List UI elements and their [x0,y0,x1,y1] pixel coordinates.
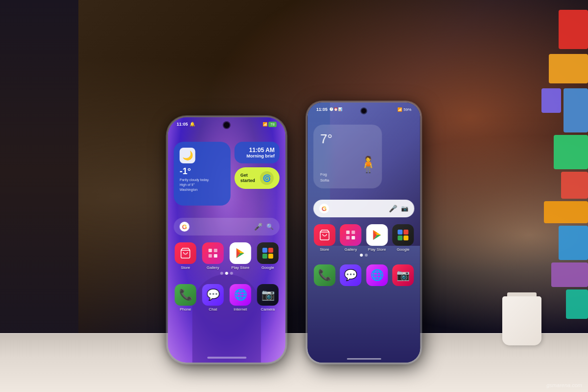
svg-rect-10 [263,248,268,253]
weather-location-right: FogSofia [320,172,329,183]
svg-rect-16 [352,231,355,234]
app-store-left[interactable]: Store [174,242,197,270]
app-camera-right[interactable]: 📷 [392,264,415,286]
app-google-right[interactable]: Google [392,224,415,252]
signal-icons-right: 📶 [397,107,402,112]
notification-icons-left: 🔔 [190,122,195,127]
store-label-right: Store [320,247,329,252]
playstore-label-left: Play Store [231,265,249,270]
app-browser-right[interactable]: 🌐 [366,264,389,286]
app-grid-bottom-right: 📞 💬 🌐 [314,264,415,286]
dot-3-left [230,272,233,275]
phone-right: 11:05 🕐⏰📊 📶 59% 7° 🧍 FogSofia [305,103,423,363]
widget-area-left: 🌙 -1° Partly cloudy today.High of 9°Wash… [174,142,280,206]
weather-widget-right[interactable]: 7° 🧍 FogSofia [314,125,382,188]
svg-rect-2 [214,249,218,252]
app-browser-left[interactable]: 🌐 Internet [229,284,252,312]
google-logo-right: G [319,204,329,213]
search-bar-left[interactable]: G 🎤 🔍 [174,218,280,235]
page-indicator-right [360,254,368,257]
watermark: gsmarena.com [546,382,582,388]
page-indicator-left [220,272,233,275]
weather-desc-left: Partly cloudy today.High of 9°Washington [180,178,225,192]
morning-time: 11:05 AM [240,147,275,154]
mic-icon-left[interactable]: 🎤 [254,223,263,231]
morning-title: Morning brief [240,154,275,158]
app-gallery-left[interactable]: Gallery [201,242,225,270]
svg-rect-27 [404,235,409,240]
home-indicator-left [207,357,246,359]
app-gallery-right[interactable]: Gallery [340,224,362,252]
svg-rect-12 [263,254,268,259]
app-chat-right[interactable]: 💬 [340,264,362,286]
phone-right-body: 11:05 🕐⏰📊 📶 59% 7° 🧍 FogSofia [308,103,420,363]
mic-icon-right[interactable]: 🎤 [389,205,397,212]
playstore-label-right: Play Store [368,247,386,252]
lens-icon-right[interactable]: 📷 [401,205,409,212]
svg-rect-17 [346,236,350,239]
app-store-right[interactable]: Store [314,224,336,252]
app-camera-left[interactable]: 📷 Camera [256,284,280,312]
app-grid-bottom-left: 📞 Phone 💬 Chat 🌐 [174,284,280,312]
signal-icons-left: 📶 [263,122,268,127]
phone-left-screen: 11:05 🔔 📶 78 🌙 [168,117,286,363]
dot-2-right [365,254,368,257]
dot-2-left [225,272,228,275]
store-label-left: Store [181,265,190,270]
google-label-right: Google [397,247,410,252]
get-started-button[interactable]: Getstarted 🌀 [235,167,280,189]
weather-widget-left[interactable]: 🌙 -1° Partly cloudy today.High of 9°Wash… [174,142,231,206]
gallery-label-right: Gallery [344,247,357,252]
phone-right-screen: 11:05 🕐⏰📊 📶 59% 7° 🧍 FogSofia [308,103,420,363]
svg-rect-26 [398,235,403,240]
gallery-label-left: Gallery [207,265,219,270]
phone-left-body: 11:05 🔔 📶 78 🌙 [168,117,286,363]
svg-rect-13 [269,254,273,259]
svg-rect-3 [209,254,212,258]
app-phone-right[interactable]: 📞 [314,264,336,286]
google-label-left: Google [262,265,274,270]
time-right: 11:05 [317,107,328,112]
svg-rect-15 [346,231,350,234]
dot-1-right [360,254,363,257]
search-bar-right[interactable]: G 🎤 📷 [314,200,415,217]
colorful-wall [490,0,588,324]
app-chat-left[interactable]: 💬 Chat [201,284,225,312]
camera-label-left: Camera [261,307,274,312]
svg-rect-4 [214,254,218,258]
camera-hole-right [362,108,367,113]
svg-rect-18 [352,236,355,239]
battery-left: 78 [269,122,277,127]
cup [502,296,541,345]
app-playstore-left[interactable]: Play Store [229,242,252,270]
svg-rect-24 [398,230,403,235]
bg-left-area [0,0,78,343]
svg-rect-25 [404,230,409,235]
dot-1-left [220,272,223,275]
lens-icon-left[interactable]: 🔍 [267,223,274,230]
app-playstore-right[interactable]: Play Store [366,224,389,252]
time-left: 11:05 [177,122,188,127]
phone-label-left: Phone [180,307,191,312]
app-grid-top-right: Store Gallery [314,224,415,252]
browser-label-left: Internet [234,307,247,312]
phones-container: 11:05 🔔 📶 78 🌙 [166,103,423,363]
camera-hole-left [224,122,230,128]
svg-rect-11 [269,248,273,253]
notification-icons-right: 🕐⏰📊 [329,107,343,111]
chat-label-left: Chat [209,307,217,312]
app-google-left[interactable]: Google [256,242,280,270]
google-logo-left: G [180,222,190,232]
app-grid-top-left: Store Gallery [174,242,280,270]
home-indicator-right [347,358,381,360]
battery-right: 59% [403,107,411,112]
get-started-label: Getstarted [241,173,255,183]
weather-temp-left: -1° [180,166,225,177]
morning-brief-card[interactable]: 11:05 AM Morning brief [235,142,280,163]
phone-left: 11:05 🔔 📶 78 🌙 [166,117,288,363]
app-phone-left[interactable]: 📞 Phone [174,284,197,312]
svg-rect-1 [209,249,212,252]
morning-widget-left: 11:05 AM Morning brief Getstarted 🌀 [235,142,280,206]
